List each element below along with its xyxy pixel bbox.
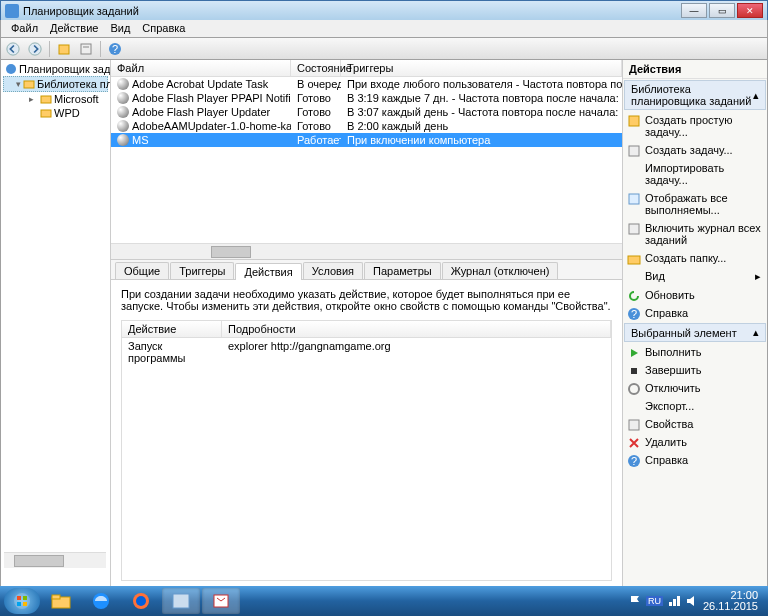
tb-taskscheduler-icon[interactable] — [162, 588, 200, 614]
action-enable-log[interactable]: Включить журнал всех заданий — [623, 219, 767, 249]
details-tabs: Общие Триггеры Действия Условия Параметр… — [111, 260, 622, 280]
svg-point-23 — [14, 593, 30, 609]
forward-button[interactable] — [25, 40, 45, 58]
action-create-basic[interactable]: Создать простую задачу... — [623, 111, 767, 141]
tray-lang[interactable]: RU — [646, 596, 663, 606]
svg-point-7 — [6, 64, 16, 74]
svg-text:?: ? — [112, 43, 118, 55]
task-icon — [117, 92, 129, 104]
details-pane: При создании задачи необходимо указать д… — [111, 280, 622, 589]
task-icon — [117, 106, 129, 118]
dcol-details[interactable]: Подробности — [222, 321, 611, 337]
action-view[interactable]: Вид▸ — [623, 267, 767, 286]
action-help-2[interactable]: ?Справка — [623, 451, 767, 469]
maximize-button[interactable]: ▭ — [709, 3, 735, 18]
svg-rect-3 — [81, 44, 91, 54]
tab-actions[interactable]: Действия — [235, 263, 301, 280]
action-run[interactable]: Выполнить — [623, 343, 767, 361]
svg-rect-35 — [669, 602, 672, 606]
action-show-running[interactable]: Отображать все выполняемы... — [623, 189, 767, 219]
tb-ie-icon[interactable] — [82, 588, 120, 614]
task-list: Файл Состояние Триггеры Adobe Acrobat Up… — [111, 60, 622, 260]
svg-rect-14 — [629, 224, 639, 234]
details-note: При создании задачи необходимо указать д… — [121, 288, 612, 312]
minimize-button[interactable]: — — [681, 3, 707, 18]
svg-rect-26 — [17, 602, 21, 606]
tasklist-hscroll[interactable] — [111, 243, 622, 259]
svg-rect-9 — [41, 96, 51, 103]
tab-general[interactable]: Общие — [115, 262, 169, 279]
toolbar-help-icon[interactable]: ? — [105, 40, 125, 58]
center-panel: Файл Состояние Триггеры Adobe Acrobat Up… — [111, 60, 622, 589]
svg-rect-8 — [24, 81, 34, 88]
action-properties[interactable]: Свойства — [623, 415, 767, 433]
svg-rect-10 — [41, 110, 51, 117]
svg-rect-20 — [629, 420, 639, 430]
toolbar-icon-2[interactable] — [76, 40, 96, 58]
task-row[interactable]: Adobe Flash Player UpdaterГотовоВ 3:07 к… — [111, 105, 622, 119]
toolbar-icon-1[interactable] — [54, 40, 74, 58]
action-import[interactable]: Импортировать задачу... — [623, 159, 767, 189]
action-end[interactable]: Завершить — [623, 361, 767, 379]
start-button[interactable] — [4, 588, 40, 614]
tray-network-icon[interactable] — [667, 594, 681, 608]
submenu-arrow-icon: ▸ — [755, 270, 761, 283]
col-file[interactable]: Файл — [111, 60, 291, 76]
svg-text:?: ? — [631, 455, 637, 467]
task-row[interactable]: Adobe Acrobat Update TaskВ очередиПри вх… — [111, 77, 622, 91]
details-row[interactable]: Запуск программы explorer http://gangnam… — [122, 338, 611, 366]
task-list-body: Adobe Acrobat Update TaskВ очередиПри вх… — [111, 77, 622, 243]
tb-firefox-icon[interactable] — [122, 588, 160, 614]
tab-triggers[interactable]: Триггеры — [170, 262, 234, 279]
svg-point-0 — [7, 42, 19, 54]
tray-sound-icon[interactable] — [685, 594, 699, 608]
action-create-task[interactable]: Создать задачу... — [623, 141, 767, 159]
menu-file[interactable]: Файл — [5, 20, 44, 37]
action-disable[interactable]: Отключить — [623, 379, 767, 397]
svg-rect-18 — [631, 368, 637, 374]
tray-flag-icon[interactable] — [628, 594, 642, 608]
action-refresh[interactable]: Обновить — [623, 286, 767, 304]
collapse-icon: ▴ — [753, 326, 759, 339]
svg-rect-15 — [628, 256, 640, 264]
menu-view[interactable]: Вид — [104, 20, 136, 37]
menu-action[interactable]: Действие — [44, 20, 104, 37]
action-delete[interactable]: Удалить — [623, 433, 767, 451]
menu-help[interactable]: Справка — [136, 20, 191, 37]
task-row-selected[interactable]: MSРаботаетПри включении компьютера — [111, 133, 622, 147]
col-state[interactable]: Состояние — [291, 60, 341, 76]
tab-journal[interactable]: Журнал (отключен) — [442, 262, 559, 279]
close-button[interactable]: ✕ — [737, 3, 763, 18]
tb-explorer-icon[interactable] — [42, 588, 80, 614]
action-help[interactable]: ?Справка — [623, 304, 767, 322]
svg-point-19 — [629, 384, 639, 394]
svg-rect-37 — [677, 596, 680, 606]
task-icon — [117, 120, 129, 132]
svg-point-1 — [29, 42, 41, 54]
dcol-action[interactable]: Действие — [122, 321, 222, 337]
svg-text:?: ? — [631, 308, 637, 320]
col-triggers[interactable]: Триггеры — [341, 60, 622, 76]
svg-rect-36 — [673, 599, 676, 606]
tree-microsoft[interactable]: ▸Microsoft — [3, 92, 108, 106]
actions-panel: Действия Библиотека планировщика заданий… — [622, 60, 767, 589]
tree-root[interactable]: Планировщик заданий (Лок — [3, 62, 108, 76]
tab-params[interactable]: Параметры — [364, 262, 441, 279]
tree-panel: Планировщик заданий (Лок ▾Библиотека пла… — [1, 60, 111, 589]
svg-rect-29 — [52, 595, 60, 599]
task-row[interactable]: Adobe Flash Player PPAPI NotifierГотовоВ… — [111, 91, 622, 105]
tree-wpd[interactable]: WPD — [3, 106, 108, 120]
back-button[interactable] — [3, 40, 23, 58]
task-list-header: Файл Состояние Триггеры — [111, 60, 622, 77]
action-new-folder[interactable]: Создать папку... — [623, 249, 767, 267]
tab-conditions[interactable]: Условия — [303, 262, 363, 279]
tree-library[interactable]: ▾Библиотека планировщ — [3, 76, 108, 92]
tree-hscroll[interactable] — [4, 552, 106, 568]
tray-clock[interactable]: 21:0026.11.2015 — [703, 590, 758, 612]
actions-group-selected[interactable]: Выбранный элемент▴ — [624, 323, 766, 342]
actions-group-library[interactable]: Библиотека планировщика заданий▴ — [624, 80, 766, 110]
action-export[interactable]: Экспорт... — [623, 397, 767, 415]
tb-app-icon[interactable] — [202, 588, 240, 614]
task-row[interactable]: AdobeAAMUpdater-1.0-home-kasГотовоВ 2:00… — [111, 119, 622, 133]
svg-rect-33 — [173, 594, 189, 608]
